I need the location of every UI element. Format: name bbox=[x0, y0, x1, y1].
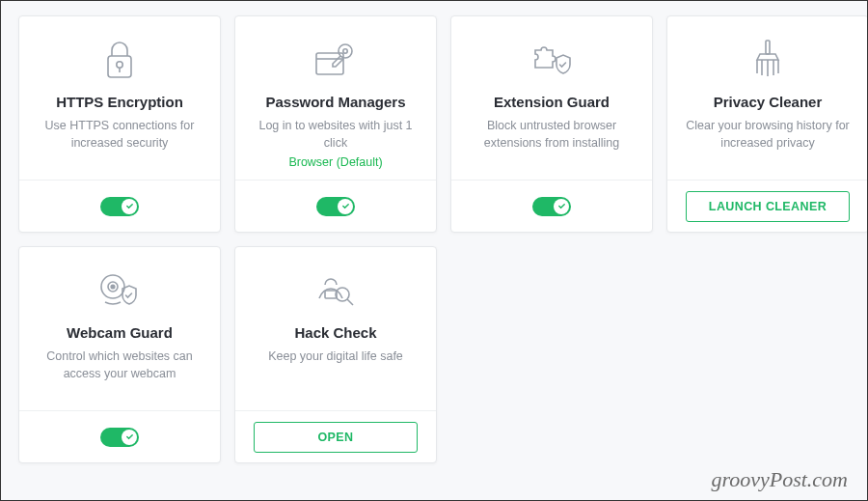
svg-point-12 bbox=[336, 288, 349, 301]
brush-icon bbox=[748, 34, 787, 84]
svg-point-5 bbox=[339, 44, 352, 58]
card-https-encryption: HTTPS Encryption Use HTTPS connections f… bbox=[18, 15, 221, 233]
card-title: Extension Guard bbox=[494, 94, 610, 110]
svg-point-1 bbox=[117, 62, 122, 68]
card-extension-guard: Extension Guard Block untrusted browser … bbox=[450, 15, 653, 233]
open-button[interactable]: OPEN bbox=[254, 422, 418, 453]
card-extra: Browser (Default) bbox=[288, 155, 382, 180]
lock-icon bbox=[100, 34, 139, 84]
toggle-password-managers[interactable] bbox=[316, 197, 355, 216]
card-footer: OPEN bbox=[235, 410, 436, 462]
hacker-magnify-icon bbox=[312, 264, 360, 315]
card-footer bbox=[19, 180, 220, 232]
svg-line-13 bbox=[347, 299, 353, 305]
svg-point-10 bbox=[111, 285, 115, 289]
card-desc: Block untrusted browser extensions from … bbox=[451, 118, 652, 180]
puzzle-shield-icon bbox=[528, 34, 576, 84]
card-desc: Clear your browsing history for increase… bbox=[667, 118, 868, 180]
key-browser-icon bbox=[312, 34, 359, 84]
card-footer bbox=[235, 180, 436, 232]
card-footer: LAUNCH CLEANER bbox=[667, 180, 868, 232]
svg-rect-0 bbox=[108, 56, 131, 77]
feature-grid: HTTPS Encryption Use HTTPS connections f… bbox=[1, 1, 867, 478]
card-footer bbox=[451, 180, 652, 232]
card-desc: Log in to websites with just 1 click bbox=[235, 118, 436, 152]
card-webcam-guard: Webcam Guard Control which websites can … bbox=[18, 246, 221, 463]
card-title: HTTPS Encryption bbox=[56, 94, 183, 110]
svg-rect-7 bbox=[766, 41, 770, 54]
card-password-managers: Password Managers Log in to websites wit… bbox=[234, 15, 437, 233]
toggle-webcam-guard[interactable] bbox=[100, 428, 139, 447]
toggle-https-encryption[interactable] bbox=[100, 197, 139, 216]
svg-point-6 bbox=[343, 49, 347, 53]
webcam-shield-icon bbox=[95, 264, 144, 315]
watermark: groovyPost.com bbox=[711, 467, 848, 492]
card-desc: Control which websites can access your w… bbox=[19, 348, 220, 410]
card-title: Webcam Guard bbox=[67, 324, 173, 341]
card-title: Hack Check bbox=[294, 324, 376, 341]
card-hack-check: Hack Check Keep your digital life safe O… bbox=[234, 246, 437, 463]
card-footer bbox=[19, 410, 220, 462]
toggle-extension-guard[interactable] bbox=[532, 197, 571, 216]
card-desc: Use HTTPS connections for increased secu… bbox=[19, 118, 220, 180]
card-privacy-cleaner: Privacy Cleaner Clear your browsing hist… bbox=[666, 15, 868, 233]
launch-cleaner-button[interactable]: LAUNCH CLEANER bbox=[686, 191, 850, 222]
card-title: Privacy Cleaner bbox=[714, 94, 823, 110]
card-title: Password Managers bbox=[265, 94, 405, 110]
card-desc: Keep your digital life safe bbox=[253, 348, 419, 410]
